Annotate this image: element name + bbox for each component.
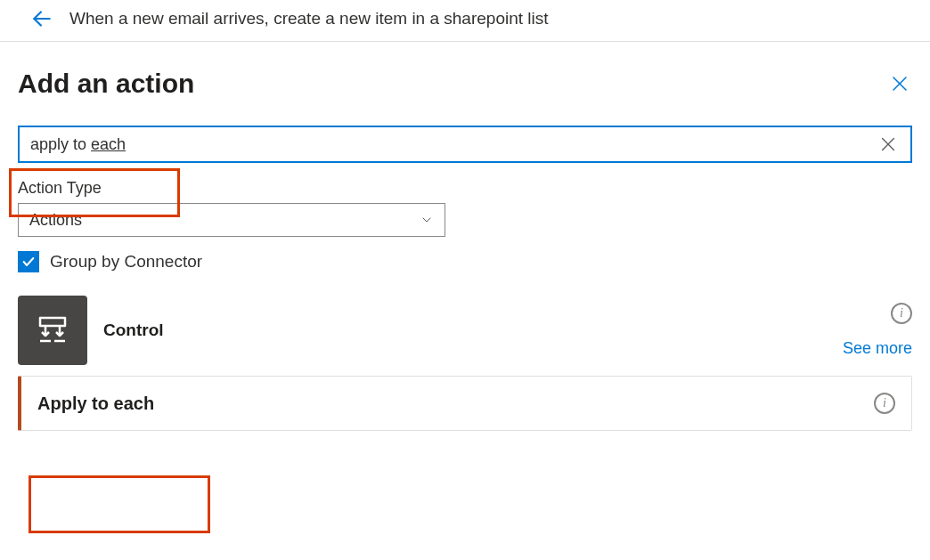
search-input-container[interactable]: apply to each — [18, 126, 912, 163]
action-type-value: Actions — [29, 211, 82, 230]
clear-icon[interactable] — [878, 134, 898, 154]
top-bar: When a new email arrives, create a new i… — [0, 0, 930, 42]
connector-right-side: i See more — [843, 296, 912, 365]
panel-header: Add an action — [18, 69, 912, 99]
checkbox-checked-icon[interactable] — [18, 251, 39, 272]
see-more-link[interactable]: See more — [843, 339, 912, 358]
info-icon[interactable]: i — [874, 393, 895, 414]
chevron-down-icon — [420, 213, 434, 227]
group-by-connector-label: Group by Connector — [50, 252, 202, 272]
back-arrow-icon[interactable] — [30, 7, 53, 30]
svg-rect-5 — [40, 318, 65, 326]
search-input[interactable]: apply to each — [27, 130, 878, 159]
action-type-dropdown[interactable]: Actions — [18, 203, 445, 237]
control-connector-icon[interactable] — [18, 296, 87, 365]
action-result-row[interactable]: Apply to each i — [18, 376, 912, 431]
close-icon[interactable] — [887, 71, 912, 96]
panel-title: Add an action — [18, 69, 194, 99]
info-icon[interactable]: i — [891, 303, 912, 324]
connector-header-row: Control i See more — [18, 296, 912, 365]
group-by-connector-row[interactable]: Group by Connector — [18, 251, 912, 272]
action-type-label: Action Type — [18, 179, 912, 198]
annotation-highlight-result — [29, 475, 210, 533]
action-result-label: Apply to each — [37, 394, 154, 414]
flow-title: When a new email arrives, create a new i… — [69, 9, 549, 28]
connector-name: Control — [103, 321, 164, 340]
add-action-panel: Add an action apply to each Action Type … — [0, 42, 930, 440]
